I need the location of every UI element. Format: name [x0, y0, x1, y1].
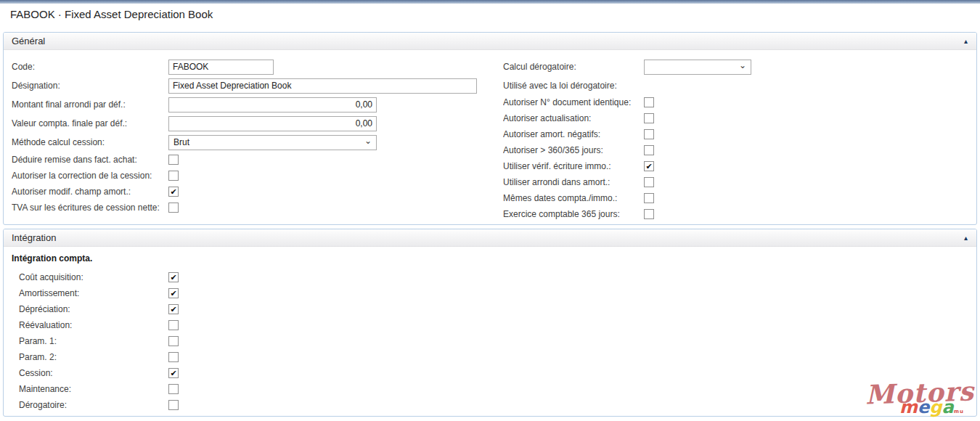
checkmark-icon: ✔ — [645, 163, 652, 171]
autoriser-amort-negatifs-label: Autoriser amort. négatifs: — [503, 129, 644, 139]
field-row-autoriser-modif-champ-amort: Autoriser modif. champ amort.:✔ — [12, 184, 477, 200]
utiliser-verif-ecriture-immo-checkbox[interactable]: ✔ — [644, 161, 654, 171]
field-row-utilise-avec-la-loi-derogatoire: Utilisé avec la loi dérogatoire: — [503, 76, 751, 94]
field-row-methode-calcul-cession: Méthode calcul cession:Brut⌄ — [12, 133, 477, 152]
code-input[interactable] — [168, 60, 274, 75]
maintenance-checkbox[interactable] — [168, 384, 179, 394]
param-1-checkbox[interactable] — [168, 336, 179, 346]
field-row-memes-dates-compta-immo: Mêmes dates compta./immo.: — [503, 190, 751, 206]
chevron-down-icon: ⌄ — [739, 61, 746, 70]
valeur-compta-finale-par-def-input[interactable] — [168, 116, 377, 131]
autoriser-amort-negatifs-checkbox[interactable] — [644, 129, 654, 139]
field-row-reevaluation: Réévaluation: — [19, 317, 179, 333]
field-row-autoriser-actualisation: Autoriser actualisation: — [503, 110, 751, 126]
section-integration-header[interactable]: Intégration ▴ — [4, 229, 976, 247]
autoriser-360-365-jours-label: Autoriser > 360/365 jours: — [503, 145, 644, 155]
field-row-deduire-remise-dans-fact-achat: Déduire remise dans fact. achat: — [12, 152, 477, 168]
section-general: Général ▴ Code:Désignation:Montant final… — [3, 32, 977, 225]
cession-label: Cession: — [19, 368, 168, 378]
tva-sur-les-ecritures-de-cession-nette-checkbox[interactable] — [168, 203, 179, 213]
calcul-derogatoire-select[interactable]: ⌄ — [644, 60, 751, 75]
autoriser-modif-champ-amort-checkbox[interactable]: ✔ — [168, 187, 179, 197]
designation-input[interactable] — [168, 78, 477, 94]
field-row-montant-final-arrondi-par-def: Montant final arrondi par déf.: — [12, 95, 477, 114]
chevron-down-icon: ⌄ — [364, 136, 372, 145]
cession-checkbox[interactable]: ✔ — [168, 368, 179, 378]
autoriser-actualisation-checkbox[interactable] — [644, 113, 654, 123]
depreciation-label: Dépréciation: — [19, 304, 168, 314]
field-row-cout-acquisition: Coût acquisition:✔ — [19, 269, 179, 285]
section-general-header[interactable]: Général ▴ — [4, 33, 976, 50]
field-row-maintenance: Maintenance: — [19, 381, 179, 397]
general-right-column: Calcul dérogatoire:⌄Utilisé avec la loi … — [503, 57, 751, 222]
field-row-tva-sur-les-ecritures-de-cession-nette: TVA sur les écritures de cession nette: — [12, 200, 477, 216]
param-2-checkbox[interactable] — [168, 352, 179, 362]
autoriser-la-correction-de-la-cession-checkbox[interactable] — [168, 171, 179, 181]
calcul-derogatoire-label: Calcul dérogatoire: — [503, 62, 644, 72]
montant-final-arrondi-par-def-label: Montant final arrondi par déf.: — [12, 99, 168, 110]
field-row-utiliser-verif-ecriture-immo: Utiliser vérif. écriture immo.:✔ — [503, 158, 751, 174]
autoriser-actualisation-label: Autoriser actualisation: — [503, 113, 644, 123]
derogatoire-label: Dérogatoire: — [19, 400, 168, 410]
collapse-arrow-icon[interactable]: ▴ — [964, 38, 968, 45]
autoriser-n-document-identique-checkbox[interactable] — [644, 97, 654, 107]
utiliser-verif-ecriture-immo-label: Utiliser vérif. écriture immo.: — [503, 161, 644, 171]
section-integration-body: Intégration compta. Coût acquisition:✔Am… — [4, 247, 976, 416]
amortissement-label: Amortissement: — [19, 288, 168, 298]
field-row-autoriser-amort-negatifs: Autoriser amort. négatifs: — [503, 126, 751, 142]
field-row-autoriser-n-document-identique: Autoriser N° document identique: — [503, 94, 751, 110]
field-row-derogatoire: Dérogatoire: — [19, 397, 179, 413]
field-row-designation: Désignation: — [12, 76, 477, 95]
integration-group-heading: Intégration compta. — [12, 253, 92, 263]
utilise-avec-la-loi-derogatoire-label: Utilisé avec la loi dérogatoire: — [503, 81, 644, 91]
montant-final-arrondi-par-def-input[interactable] — [168, 97, 377, 113]
tva-sur-les-ecritures-de-cession-nette-label: TVA sur les écritures de cession nette: — [12, 203, 168, 213]
autoriser-360-365-jours-checkbox[interactable] — [644, 145, 654, 155]
field-row-param-2: Param. 2: — [19, 349, 179, 365]
cout-acquisition-checkbox[interactable]: ✔ — [168, 272, 179, 282]
amortissement-checkbox[interactable]: ✔ — [168, 288, 179, 298]
checkmark-icon: ✔ — [170, 274, 176, 282]
checkmark-icon: ✔ — [170, 290, 176, 298]
checkmark-icon: ✔ — [170, 188, 176, 196]
param-1-label: Param. 1: — [19, 336, 168, 346]
reevaluation-checkbox[interactable] — [168, 320, 179, 330]
checkmark-icon: ✔ — [170, 306, 176, 314]
field-row-amortissement: Amortissement:✔ — [19, 285, 179, 301]
integration-rows: Coût acquisition:✔Amortissement:✔Dépréci… — [19, 269, 179, 413]
autoriser-la-correction-de-la-cession-label: Autoriser la correction de la cession: — [12, 171, 168, 181]
derogatoire-checkbox[interactable] — [168, 400, 179, 410]
autoriser-n-document-identique-label: Autoriser N° document identique: — [503, 97, 644, 107]
field-row-autoriser-la-correction-de-la-cession: Autoriser la correction de la cession: — [12, 168, 477, 184]
methode-calcul-cession-label: Méthode calcul cession: — [12, 137, 168, 147]
section-integration: Intégration ▴ Intégration compta. Coût a… — [3, 229, 977, 417]
utiliser-arrondi-dans-amort-checkbox[interactable] — [644, 177, 654, 187]
maintenance-label: Maintenance: — [19, 384, 168, 394]
collapse-arrow-icon[interactable]: ▴ — [964, 234, 968, 242]
valeur-compta-finale-par-def-label: Valeur compta. finale par déf.: — [12, 118, 168, 128]
designation-label: Désignation: — [12, 81, 168, 91]
field-row-valeur-compta-finale-par-def: Valeur compta. finale par déf.: — [12, 114, 477, 133]
section-integration-title: Intégration — [12, 232, 56, 243]
utiliser-arrondi-dans-amort-label: Utiliser arrondi dans amort.: — [503, 177, 644, 187]
section-general-title: Général — [12, 36, 45, 46]
autoriser-modif-champ-amort-label: Autoriser modif. champ amort.: — [12, 187, 168, 197]
param-2-label: Param. 2: — [19, 352, 168, 362]
field-row-cession: Cession:✔ — [19, 365, 179, 381]
field-row-depreciation: Dépréciation:✔ — [19, 301, 179, 317]
methode-calcul-cession-select[interactable]: Brut⌄ — [168, 135, 377, 150]
code-label: Code: — [12, 62, 168, 72]
checkmark-icon: ✔ — [170, 369, 176, 377]
memes-dates-compta-immo-checkbox[interactable] — [644, 193, 654, 203]
window-top-edge — [0, 0, 980, 4]
reevaluation-label: Réévaluation: — [19, 320, 168, 330]
deduire-remise-dans-fact-achat-checkbox[interactable] — [168, 155, 179, 165]
field-row-utiliser-arrondi-dans-amort: Utiliser arrondi dans amort.: — [503, 174, 751, 190]
exercice-comptable-365-jours-label: Exercice comptable 365 jours: — [503, 209, 644, 219]
depreciation-checkbox[interactable]: ✔ — [168, 304, 179, 314]
exercice-comptable-365-jours-checkbox[interactable] — [644, 209, 654, 219]
field-row-param-1: Param. 1: — [19, 333, 179, 349]
page-title: FABOOK · Fixed Asset Depreciation Book — [10, 8, 213, 20]
section-general-body: Code:Désignation:Montant final arrondi p… — [4, 50, 976, 224]
field-row-calcul-derogatoire: Calcul dérogatoire:⌄ — [503, 57, 751, 76]
